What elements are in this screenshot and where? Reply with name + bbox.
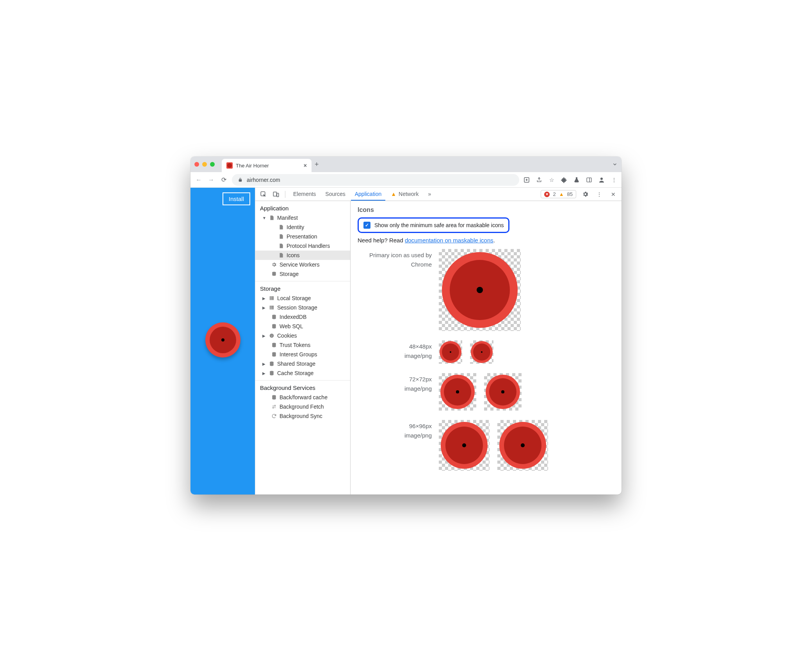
tabs-overflow-icon[interactable]: » <box>424 188 435 201</box>
inspect-element-icon[interactable] <box>258 189 269 199</box>
maskable-docs-link[interactable]: documentation on maskable icons <box>405 237 493 244</box>
sidebar-item-bgsync[interactable]: Background Sync <box>255 411 350 421</box>
sidebar-item-identity[interactable]: Identity <box>255 222 350 232</box>
url-text: airhorner.com <box>247 177 280 183</box>
forward-button: → <box>207 176 215 183</box>
svg-point-3 <box>600 178 603 180</box>
icon-preview <box>470 340 493 364</box>
sidebar-item-bfcache[interactable]: Back/forward cache <box>255 393 350 402</box>
tab-network[interactable]: ▲ Network <box>387 188 422 201</box>
icon-meta: 96×96px image/png <box>358 420 432 440</box>
chevron-right-icon: ▶ <box>262 306 266 310</box>
side-panel-icon[interactable] <box>586 176 593 183</box>
install-button[interactable]: Install <box>223 192 250 205</box>
sidebar-item-session-storage[interactable]: ▶Session Storage <box>255 303 350 312</box>
labs-flask-icon[interactable] <box>573 176 580 183</box>
maskable-checkbox-row[interactable]: ✓ Show only the minimum safe area for ma… <box>358 217 509 233</box>
profile-avatar-icon[interactable] <box>598 176 605 183</box>
close-devtools-icon[interactable]: ✕ <box>608 189 618 199</box>
error-count: 2 <box>553 191 556 197</box>
tab-elements[interactable]: Elements <box>289 188 320 201</box>
close-window-icon[interactable] <box>194 162 199 167</box>
application-sidebar: Application ▼ Manifest Identity Presenta… <box>255 201 351 494</box>
icon-row-72: 72×72px image/png <box>358 373 614 411</box>
warning-count: 85 <box>567 191 573 197</box>
sidebar-item-local-storage[interactable]: ▶Local Storage <box>255 293 350 303</box>
new-tab-button[interactable]: + <box>315 160 319 169</box>
sidebar-item-interest-groups[interactable]: Interest Groups <box>255 350 350 359</box>
sidebar-item-service-workers[interactable]: Service Workers <box>255 260 350 269</box>
devtools-panel: Elements Sources Application ▲ Network »… <box>255 188 621 494</box>
sync-icon <box>271 413 277 419</box>
database-icon <box>269 370 275 376</box>
settings-gear-icon[interactable] <box>580 189 590 199</box>
table-icon <box>269 304 275 311</box>
sidebar-item-shared-storage[interactable]: ▶Shared Storage <box>255 359 350 368</box>
checkbox-checked-icon[interactable]: ✓ <box>363 222 370 229</box>
devtools-menu-icon[interactable]: ⋮ <box>594 189 604 199</box>
database-icon <box>271 394 277 400</box>
lock-icon <box>237 177 243 183</box>
share-icon[interactable] <box>536 176 543 183</box>
file-icon <box>278 243 284 249</box>
file-icon <box>278 224 284 230</box>
maximize-window-icon[interactable] <box>210 162 215 167</box>
sidebar-section-background: Background Services <box>255 381 350 393</box>
sidebar-item-protocol-handlers[interactable]: Protocol Handlers <box>255 241 350 251</box>
icon-row-96: 96×96px image/png <box>358 420 614 471</box>
sidebar-item-presentation[interactable]: Presentation <box>255 232 350 241</box>
tab-list-chevron-icon[interactable] <box>612 162 618 167</box>
sidebar-item-websql[interactable]: Web SQL <box>255 322 350 331</box>
sidebar-item-bgfetch[interactable]: Background Fetch <box>255 402 350 411</box>
sidebar-item-icons[interactable]: Icons <box>255 251 350 260</box>
file-icon <box>278 233 284 240</box>
extensions-puzzle-icon[interactable] <box>561 176 568 183</box>
database-icon <box>271 342 277 348</box>
gear-icon <box>271 261 277 268</box>
airhorn-button[interactable] <box>205 322 240 358</box>
device-toolbar-icon[interactable] <box>271 189 281 199</box>
svg-rect-9 <box>270 306 274 309</box>
application-main: Icons ✓ Show only the minimum safe area … <box>351 201 621 494</box>
install-pwa-icon[interactable] <box>523 176 530 183</box>
icon-meta: 48×48px image/png <box>358 340 432 361</box>
svg-point-14 <box>272 335 272 335</box>
chevron-right-icon: ▶ <box>262 362 266 366</box>
issues-badge[interactable]: ✕ 2 ▲ 85 <box>541 190 576 198</box>
omnibox[interactable]: airhorner.com <box>232 174 519 186</box>
address-bar: ← → ⟳ airhorner.com ☆ ⋮ <box>191 172 621 188</box>
sidebar-item-trust-tokens[interactable]: Trust Tokens <box>255 340 350 350</box>
icon-row-48: 48×48px image/png <box>358 340 614 364</box>
back-button[interactable]: ← <box>194 176 203 183</box>
sidebar-item-manifest[interactable]: ▼ Manifest <box>255 213 350 222</box>
separator <box>285 191 285 198</box>
sidebar-section-application: Application <box>255 201 350 213</box>
devtools-toolbar: Elements Sources Application ▲ Network »… <box>255 188 621 201</box>
icon-preview <box>439 373 476 411</box>
database-icon <box>271 323 277 329</box>
close-tab-icon[interactable]: × <box>304 162 307 169</box>
chrome-menu-icon[interactable]: ⋮ <box>611 176 618 183</box>
sidebar-item-indexeddb[interactable]: IndexedDB <box>255 312 350 322</box>
minimize-window-icon[interactable] <box>202 162 207 167</box>
reload-button[interactable]: ⟳ <box>219 176 228 183</box>
maskable-checkbox-label: Show only the minimum safe area for mask… <box>374 222 504 228</box>
bookmark-star-icon[interactable]: ☆ <box>548 176 555 183</box>
sidebar-item-cookies[interactable]: ▶Cookies <box>255 331 350 340</box>
chevron-right-icon: ▶ <box>262 371 266 375</box>
tab-title: The Air Horner <box>236 163 301 169</box>
tab-application[interactable]: Application <box>351 188 386 201</box>
browser-window: The Air Horner × + ← → ⟳ airhorner.com ☆… <box>191 157 621 494</box>
browser-tab[interactable]: The Air Horner × <box>222 159 312 172</box>
section-title: Icons <box>358 206 614 213</box>
sidebar-item-storage[interactable]: Storage <box>255 269 350 279</box>
warning-triangle-icon: ▲ <box>559 191 564 197</box>
sidebar-item-cache-storage[interactable]: ▶Cache Storage <box>255 368 350 378</box>
icon-preview <box>497 420 548 471</box>
svg-point-15 <box>271 336 272 337</box>
svg-rect-8 <box>270 296 274 300</box>
tab-strip: The Air Horner × + <box>191 157 621 172</box>
chevron-right-icon: ▶ <box>262 334 266 338</box>
cookie-icon <box>269 333 275 339</box>
tab-sources[interactable]: Sources <box>321 188 349 201</box>
